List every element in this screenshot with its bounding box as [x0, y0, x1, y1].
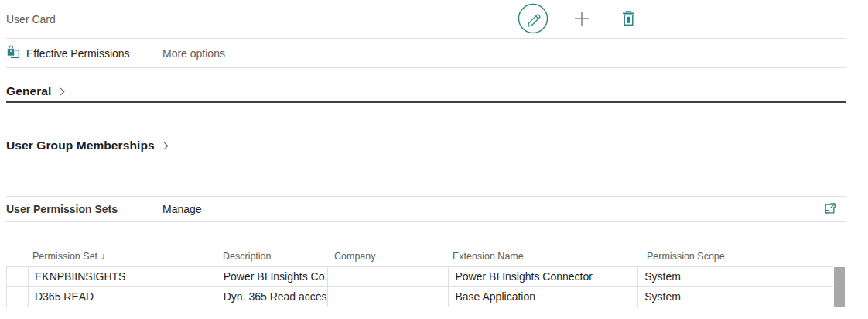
sort-descending-icon: ↓	[101, 251, 105, 262]
trash-icon	[621, 10, 636, 29]
company-cell[interactable]	[328, 287, 449, 307]
spacer-cell	[193, 267, 217, 286]
permission-scope-cell[interactable]: System	[638, 287, 833, 307]
row-selector-cell[interactable]	[7, 267, 29, 286]
page-title: User Card	[6, 13, 56, 26]
chevron-right-icon	[57, 87, 65, 95]
vertical-scrollbar-thumb[interactable]	[834, 267, 845, 307]
column-header-permission-scope[interactable]: Permission Scope	[647, 246, 725, 266]
open-in-new-window-icon	[824, 202, 836, 217]
table-row[interactable]: D365 READ Dyn. 365 Read acces... Base Ap…	[7, 287, 833, 307]
effective-permissions-label: Effective Permissions	[26, 47, 130, 60]
plus-icon	[572, 9, 591, 30]
row-selector-cell[interactable]	[7, 287, 29, 307]
extension-name-cell[interactable]: Base Application	[449, 287, 638, 307]
column-header-description[interactable]: Description	[223, 246, 272, 266]
column-header-permission-set[interactable]: Permission Set↓	[32, 246, 105, 266]
more-options-label: More options	[162, 47, 225, 60]
column-header-extension-name[interactable]: Extension Name	[453, 246, 524, 266]
permission-scope-cell[interactable]: System	[638, 267, 833, 286]
new-button[interactable]	[572, 10, 591, 29]
user-permission-sets-header: User Permission Sets Manage	[6, 196, 846, 222]
page-caption-bar: User Card	[6, 0, 846, 39]
fasttab-user-group-memberships[interactable]: User Group Memberships	[6, 135, 846, 156]
permission-set-cell[interactable]: D365 READ	[29, 287, 193, 307]
description-cell[interactable]: Dyn. 365 Read acces...	[217, 287, 328, 307]
user-permission-sets-grid: EKNPBIINSIGHTS Power BI Insights Co... P…	[6, 266, 833, 307]
effective-permissions-action[interactable]: Effective Permissions	[6, 39, 130, 67]
permission-set-cell[interactable]: EKNPBIINSIGHTS	[29, 267, 193, 286]
page-toolbar	[518, 0, 636, 39]
action-bar-separator	[142, 45, 142, 62]
pencil-icon	[518, 3, 548, 36]
user-permission-sets-title: User Permission Sets	[6, 203, 118, 215]
table-row[interactable]: EKNPBIINSIGHTS Power BI Insights Co... P…	[7, 267, 833, 287]
more-options-button[interactable]: More options	[162, 39, 225, 67]
effective-permissions-icon	[6, 45, 20, 61]
open-in-new-window-button[interactable]	[824, 203, 836, 215]
delete-button[interactable]	[620, 11, 636, 28]
column-header-company[interactable]: Company	[334, 246, 376, 266]
spacer-cell	[193, 287, 217, 307]
extension-name-cell[interactable]: Power BI Insights Connector	[449, 267, 638, 286]
chevron-right-icon	[160, 142, 168, 149]
description-cell[interactable]: Power BI Insights Co...	[217, 267, 328, 286]
grid-column-headers: Permission Set↓ Description Company Exte…	[6, 246, 833, 266]
general-heading: General	[6, 84, 51, 98]
user-group-memberships-heading: User Group Memberships	[6, 139, 155, 153]
company-cell[interactable]	[328, 267, 449, 286]
fasttab-general[interactable]: General	[6, 81, 846, 103]
part-header-separator	[142, 201, 142, 218]
edit-button[interactable]	[518, 4, 548, 35]
action-bar: Effective Permissions More options	[6, 39, 846, 68]
manage-button[interactable]: Manage	[162, 203, 202, 215]
